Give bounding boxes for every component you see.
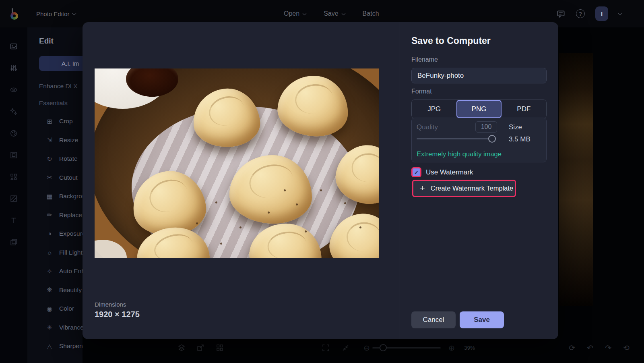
zoom-out-icon[interactable]: ⊖ [362, 339, 372, 356]
app-menu[interactable]: Photo Editor [36, 0, 76, 27]
format-option-jpg[interactable]: JPG [412, 100, 456, 118]
tool-item-replace[interactable]: ✏Replace [27, 206, 83, 225]
tool-item-vibrance[interactable]: ✳Vibrance [27, 318, 83, 337]
layers-icon[interactable] [10, 238, 18, 246]
sesame-dot [296, 203, 298, 205]
quality-value-box[interactable]: 100 [475, 121, 497, 133]
tool-label: Auto Enhance [59, 268, 83, 275]
sesame-dot [359, 226, 361, 228]
fill-light-icon: ☼ [45, 249, 54, 256]
fit-screen-icon[interactable] [341, 339, 350, 356]
app-menu-label: Photo Editor [36, 10, 70, 17]
format-option-png[interactable]: PNG [456, 100, 501, 118]
sesame-dot [305, 230, 307, 232]
quality-note: Extremely high quality image [417, 150, 502, 158]
format-option-pdf[interactable]: PDF [502, 100, 546, 118]
history-controls: ⟳ ↶ ↷ ⟲ [569, 339, 630, 356]
sparkles-icon[interactable] [10, 108, 18, 116]
sidebar-item-essentials[interactable]: Essentials [39, 100, 68, 107]
avatar[interactable]: I [595, 6, 608, 21]
photo-icon[interactable] [10, 42, 18, 50]
format-selector: JPGPNGPDF [411, 100, 547, 118]
eye-icon[interactable] [10, 86, 18, 94]
tool-item-beautify[interactable]: ❋Beautify [27, 281, 83, 300]
zoom-slider-handle[interactable] [380, 344, 387, 351]
filename-label: Filename [411, 56, 438, 63]
tool-item-rotate[interactable]: ↻Rotate [27, 149, 83, 168]
tool-label: Cutout [59, 174, 78, 181]
watermark-row: ✓ Use Watermark [411, 167, 473, 177]
bottom-toolbar: ⊖ ⊕ 39% ⟳ ↶ ↷ ⟲ [83, 339, 644, 356]
auto-enhance-icon: ✧ [45, 268, 54, 275]
cancel-button[interactable]: Cancel [411, 311, 456, 328]
shapes-icon[interactable] [10, 173, 18, 181]
use-watermark-checkbox[interactable]: ✓ [411, 167, 421, 177]
tool-label: Background [59, 193, 83, 200]
use-watermark-label: Use Watermark [426, 168, 473, 176]
tool-label: Exposure [59, 230, 83, 237]
tool-item-crop[interactable]: ⊞Crop [27, 112, 83, 131]
feedback-icon[interactable] [556, 9, 566, 19]
tool-item-auto-enhance[interactable]: ✧Auto Enhance [27, 262, 83, 281]
menu-batch[interactable]: Batch [363, 10, 379, 17]
dialog-divider [400, 22, 400, 339]
quality-slider[interactable] [417, 138, 496, 139]
ai-image-button[interactable]: A.I. Im [39, 56, 83, 71]
save-button[interactable]: Save [460, 311, 504, 328]
tool-label: Color [59, 305, 74, 312]
tool-label: Replace [59, 212, 82, 219]
zoom-percent: 39% [464, 339, 475, 356]
app-window: Photo Editor OpenSaveBatch ? I Edit A.I.… [0, 0, 644, 363]
grid-view-icon[interactable] [215, 339, 224, 356]
beautify-icon: ❋ [45, 286, 54, 294]
redo-icon[interactable]: ↷ [605, 343, 611, 353]
dimensions-label: Dimensions [95, 301, 126, 308]
tool-item-cutout[interactable]: ✂Cutout [27, 168, 83, 187]
create-watermark-template-button[interactable]: + Create Watermark Template [412, 180, 516, 197]
texture-icon[interactable] [10, 195, 18, 203]
adjustments-icon[interactable] [10, 64, 18, 72]
sesame-dot [284, 189, 286, 191]
dimensions-value: 1920 × 1275 [95, 310, 140, 319]
crop-icon: ⊞ [45, 118, 54, 125]
menu-open[interactable]: Open [284, 10, 306, 17]
fullscreen-icon[interactable] [321, 339, 330, 356]
sidebar-item-enhance-dlx[interactable]: Enhance DLX [39, 83, 78, 90]
frame-icon[interactable] [10, 151, 18, 159]
chevron-down-icon [72, 11, 76, 15]
chevron-down-icon [303, 11, 307, 15]
tool-item-color[interactable]: ◉Color [27, 299, 83, 318]
help-icon[interactable]: ? [576, 9, 585, 18]
panel-title: Edit [39, 37, 54, 46]
sesame-dot [268, 212, 270, 214]
tool-item-exposure[interactable]: ◑Exposure [27, 224, 83, 243]
size-value: 3.5 MB [509, 135, 530, 143]
checkmark-icon: ✓ [414, 169, 419, 176]
palette-icon[interactable] [10, 129, 18, 137]
layers-panel-icon[interactable] [177, 339, 186, 356]
exposure-icon: ◑ [45, 230, 54, 237]
undo-icon[interactable]: ↶ [587, 343, 593, 353]
tool-label: Resize [59, 137, 78, 144]
menu-label: Batch [363, 10, 379, 17]
reset-icon[interactable]: ⟳ [569, 343, 575, 353]
befunky-logo[interactable] [9, 7, 23, 21]
transform-icon[interactable] [196, 339, 205, 356]
menu-save[interactable]: Save [324, 10, 345, 17]
tool-item-resize[interactable]: ⇲Resize [27, 131, 83, 150]
size-label: Size [509, 123, 522, 131]
tool-label: Crop [59, 118, 73, 125]
zoom-in-icon[interactable]: ⊕ [447, 339, 456, 356]
filename-input[interactable] [411, 68, 547, 83]
account-chevron-icon[interactable] [618, 11, 622, 15]
rotate-icon: ↻ [45, 155, 54, 163]
dialog-title: Save to Computer [411, 35, 491, 46]
logo-color-wheel [10, 12, 18, 20]
tool-item-fill-light[interactable]: ☼Fill Light [27, 243, 83, 262]
text-icon[interactable] [10, 216, 18, 224]
tool-item-sharpen[interactable]: △Sharpen [27, 337, 83, 356]
quality-slider-handle[interactable] [488, 135, 496, 143]
history-icon[interactable]: ⟲ [623, 343, 630, 353]
cutout-icon: ✂ [45, 174, 54, 181]
tool-item-background[interactable]: ▦Background [27, 187, 83, 206]
